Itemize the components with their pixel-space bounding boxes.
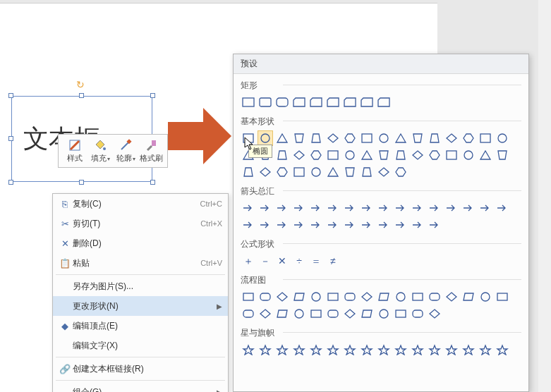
shape-option[interactable]: ≠: [325, 253, 341, 269]
menu-item[interactable]: ✂剪切(T)Ctrl+X: [53, 214, 228, 233]
shape-option[interactable]: [291, 164, 307, 180]
shape-option[interactable]: [444, 342, 459, 357]
shape-option[interactable]: [427, 289, 442, 305]
shape-option[interactable]: [376, 342, 392, 357]
shape-option[interactable]: [393, 217, 408, 233]
shape-option[interactable]: [478, 289, 493, 305]
shape-option[interactable]: [410, 147, 425, 163]
shape-option[interactable]: [461, 147, 476, 163]
resize-handle-tm[interactable]: [79, 93, 84, 98]
shape-option[interactable]: [258, 306, 273, 321]
shape-option[interactable]: [325, 306, 341, 321]
shape-option[interactable]: [241, 217, 256, 233]
shape-option[interactable]: ＋: [241, 253, 256, 269]
menu-item[interactable]: 更改形状(N)▶: [53, 296, 228, 316]
shape-option[interactable]: [410, 200, 425, 216]
toolbar-brush-button[interactable]: 格式刷: [139, 137, 163, 164]
shape-option[interactable]: [393, 147, 408, 163]
toolbar-outline-button[interactable]: 轮廓: [114, 137, 138, 164]
shape-option[interactable]: [393, 306, 408, 321]
shape-option[interactable]: [444, 130, 459, 146]
shape-option[interactable]: [274, 306, 290, 321]
shape-option[interactable]: [291, 130, 307, 146]
shape-option[interactable]: [427, 217, 442, 233]
toolbar-fill-button[interactable]: 填充: [88, 137, 112, 164]
shape-option[interactable]: [427, 147, 442, 163]
shape-option[interactable]: [410, 306, 425, 321]
shape-option[interactable]: [241, 200, 256, 216]
shape-option[interactable]: [359, 289, 375, 305]
shape-option[interactable]: [342, 94, 358, 110]
shape-option[interactable]: [342, 342, 358, 357]
shape-option[interactable]: [410, 217, 425, 233]
shape-option[interactable]: [325, 147, 341, 163]
shape-option[interactable]: [478, 147, 493, 163]
menu-item[interactable]: 组合(G)▶: [53, 382, 228, 392]
shape-option[interactable]: [241, 94, 256, 110]
shape-option[interactable]: [393, 289, 408, 305]
shape-option[interactable]: [308, 217, 324, 233]
shape-option[interactable]: [376, 200, 392, 216]
shape-option[interactable]: [291, 342, 307, 357]
shape-option[interactable]: [291, 94, 307, 110]
shape-option[interactable]: [308, 130, 324, 146]
shape-option[interactable]: [495, 147, 510, 163]
shape-option[interactable]: [376, 94, 392, 110]
shape-option[interactable]: [342, 200, 358, 216]
shape-option[interactable]: －: [258, 253, 273, 269]
shape-option[interactable]: [342, 130, 358, 146]
shape-option[interactable]: [410, 289, 425, 305]
shape-option[interactable]: [461, 342, 476, 357]
menu-item[interactable]: 编辑文字(X): [53, 336, 228, 355]
shape-option[interactable]: [359, 306, 375, 321]
shape-option[interactable]: [258, 164, 273, 180]
shape-option[interactable]: [308, 94, 324, 110]
resize-handle-ml[interactable]: [8, 136, 13, 141]
shape-option[interactable]: [241, 289, 256, 305]
shape-option[interactable]: [308, 164, 324, 180]
shape-option[interactable]: [342, 164, 358, 180]
shape-option[interactable]: [495, 342, 510, 357]
shape-option[interactable]: [308, 200, 324, 216]
shape-option[interactable]: [495, 289, 510, 305]
shape-option[interactable]: [495, 200, 510, 216]
shape-option[interactable]: [359, 130, 375, 146]
shape-option[interactable]: [359, 342, 375, 357]
shape-option[interactable]: [325, 217, 341, 233]
shape-option[interactable]: [393, 342, 408, 357]
menu-item[interactable]: ⎘复制(C)Ctrl+C: [53, 194, 228, 214]
shape-option[interactable]: [410, 130, 425, 146]
shape-option[interactable]: [274, 147, 290, 163]
shape-option[interactable]: [308, 342, 324, 357]
menu-item[interactable]: 另存为图片(S)...: [53, 276, 228, 296]
shape-option[interactable]: [359, 94, 375, 110]
shape-option[interactable]: [376, 289, 392, 305]
shape-option[interactable]: [291, 147, 307, 163]
shape-option[interactable]: [359, 217, 375, 233]
shape-option[interactable]: [427, 342, 442, 357]
shape-option[interactable]: [478, 200, 493, 216]
shape-option[interactable]: [274, 342, 290, 357]
shape-option[interactable]: [342, 306, 358, 321]
shape-option[interactable]: [241, 306, 256, 321]
shape-option[interactable]: [376, 164, 392, 180]
resize-handle-bm[interactable]: [79, 180, 84, 185]
resize-handle-br[interactable]: [150, 180, 155, 185]
menu-item[interactable]: ✕删除(D): [53, 233, 228, 253]
shape-option[interactable]: [393, 164, 408, 180]
shape-option[interactable]: [478, 130, 493, 146]
shape-option[interactable]: [393, 130, 408, 146]
shape-option[interactable]: [342, 217, 358, 233]
shape-option[interactable]: [325, 164, 341, 180]
shape-option[interactable]: ÷: [291, 253, 307, 269]
shape-option[interactable]: [427, 130, 442, 146]
shape-option[interactable]: [376, 306, 392, 321]
resize-handle-tl[interactable]: [8, 93, 13, 98]
shape-option[interactable]: [495, 130, 510, 146]
menu-item[interactable]: 🔗创建文本框链接(R): [53, 359, 228, 379]
shape-option[interactable]: [241, 164, 256, 180]
resize-handle-bl[interactable]: [8, 180, 13, 185]
shape-option[interactable]: [359, 147, 375, 163]
shape-option[interactable]: [258, 200, 273, 216]
shape-option[interactable]: [258, 289, 273, 305]
